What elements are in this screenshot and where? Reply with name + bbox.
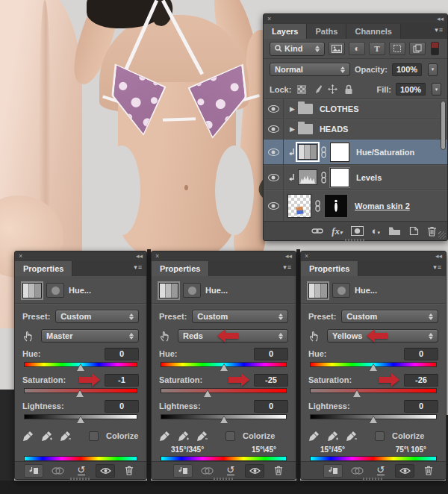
close-icon[interactable]: × bbox=[267, 16, 271, 22]
delete-adjustment-button[interactable] bbox=[269, 464, 288, 478]
panel-menu-icon[interactable]: ▾≡ bbox=[283, 263, 292, 271]
hue-slider-thumb[interactable] bbox=[220, 364, 228, 371]
layer-row-heads[interactable]: ▶ HEADS bbox=[264, 119, 447, 140]
mask-icon[interactable] bbox=[332, 283, 350, 298]
lightness-value[interactable]: 0 bbox=[254, 400, 288, 413]
saturation-value[interactable]: -1 bbox=[105, 374, 139, 387]
opacity-dropdown-button[interactable]: ▾ bbox=[428, 63, 438, 76]
lock-position-button[interactable] bbox=[327, 84, 338, 95]
filter-kind-dropdown[interactable]: Kind bbox=[270, 42, 325, 56]
targeted-adjustment-icon[interactable] bbox=[159, 330, 172, 342]
clip-to-layer-button[interactable] bbox=[173, 464, 193, 478]
close-icon[interactable]: × bbox=[155, 253, 159, 260]
panel-menu-icon[interactable]: ▾≡ bbox=[134, 263, 143, 271]
layers-scrollbar[interactable] bbox=[441, 101, 446, 150]
saturation-slider-thumb[interactable] bbox=[204, 390, 211, 397]
layer-row-hue-saturation[interactable]: Hue/Saturation bbox=[264, 140, 447, 165]
colorize-checkbox[interactable] bbox=[225, 431, 235, 441]
collapse-icon[interactable]: ◂◂ bbox=[435, 253, 442, 260]
channel-dropdown[interactable]: Master bbox=[41, 329, 139, 343]
collapse-icon[interactable]: ◂◂ bbox=[136, 253, 143, 260]
filter-adjustment-layers-button[interactable]: ◐ bbox=[349, 42, 365, 55]
panel-menu-icon[interactable]: ▾≡ bbox=[435, 26, 444, 34]
hue-saturation-thumbnail[interactable] bbox=[298, 144, 317, 160]
layer-row-woman-skin-2[interactable]: Woman skin 2 bbox=[264, 190, 447, 221]
lock-transparency-button[interactable] bbox=[296, 84, 307, 95]
resize-grip[interactable] bbox=[438, 231, 446, 239]
lightness-slider-thumb[interactable] bbox=[220, 416, 228, 423]
expand-triangle-icon[interactable]: ▶ bbox=[290, 125, 295, 133]
blend-mode-dropdown[interactable]: Normal bbox=[270, 63, 350, 76]
hue-slider-thumb[interactable] bbox=[77, 364, 84, 371]
layer-thumbnail[interactable] bbox=[287, 194, 311, 218]
eyedropper-icon[interactable] bbox=[22, 431, 34, 442]
hue-value[interactable]: 0 bbox=[105, 348, 139, 360]
eyedropper-minus-icon[interactable] bbox=[60, 431, 71, 442]
lightness-value[interactable]: 0 bbox=[105, 400, 139, 413]
eyedropper-minus-icon[interactable] bbox=[196, 431, 208, 442]
lightness-slider-thumb[interactable] bbox=[77, 416, 84, 423]
delete-adjustment-button[interactable] bbox=[419, 464, 438, 478]
layer-mask-thumbnail[interactable] bbox=[324, 194, 348, 218]
eyedropper-minus-icon[interactable] bbox=[346, 431, 357, 442]
targeted-adjustment-icon[interactable] bbox=[308, 330, 322, 342]
delete-adjustment-button[interactable] bbox=[119, 464, 139, 478]
layer-mask-thumbnail[interactable] bbox=[330, 143, 349, 162]
new-group-button[interactable] bbox=[388, 226, 401, 236]
reset-button[interactable]: ↺ bbox=[371, 464, 391, 478]
layer-name[interactable]: HEADS bbox=[320, 125, 349, 134]
tab-layers[interactable]: Layers bbox=[264, 24, 307, 39]
saturation-slider-thumb[interactable] bbox=[353, 390, 361, 397]
targeted-adjustment-icon[interactable] bbox=[22, 330, 36, 342]
eyedropper-icon[interactable] bbox=[308, 431, 320, 442]
view-previous-state-button[interactable] bbox=[347, 464, 367, 478]
view-previous-state-button[interactable] bbox=[48, 464, 67, 478]
layer-name[interactable]: CLOTHES bbox=[320, 104, 359, 113]
delete-layer-button[interactable] bbox=[427, 226, 437, 237]
layer-name[interactable]: Hue/Saturation bbox=[356, 148, 414, 157]
fill-value[interactable]: 100% bbox=[396, 83, 426, 96]
lock-all-button[interactable] bbox=[343, 84, 354, 95]
mask-icon[interactable] bbox=[46, 283, 64, 298]
link-layers-button[interactable] bbox=[311, 228, 323, 234]
visibility-toggle[interactable] bbox=[264, 165, 284, 190]
layer-row-levels[interactable]: Levels bbox=[264, 165, 447, 190]
preset-dropdown[interactable]: Custom bbox=[55, 310, 139, 323]
panel-grip[interactable] bbox=[363, 478, 384, 480]
hue-slider-thumb[interactable] bbox=[370, 364, 377, 371]
saturation-value[interactable]: -25 bbox=[254, 374, 288, 387]
tab-properties[interactable]: Properties bbox=[152, 261, 209, 276]
tab-properties[interactable]: Properties bbox=[301, 261, 358, 276]
clip-to-layer-button[interactable] bbox=[323, 464, 343, 478]
layer-name[interactable]: Levels bbox=[356, 173, 382, 182]
layer-mask-thumbnail[interactable] bbox=[330, 168, 349, 187]
lock-paint-button[interactable] bbox=[311, 84, 323, 95]
layer-row-clothes[interactable]: ▶ CLOTHES bbox=[264, 99, 447, 119]
colorize-checkbox[interactable] bbox=[89, 431, 99, 441]
hue-value[interactable]: 0 bbox=[404, 348, 438, 360]
saturation-slider-thumb[interactable] bbox=[76, 390, 84, 397]
saturation-slider-track[interactable] bbox=[310, 388, 437, 393]
visibility-toggle[interactable] bbox=[264, 140, 284, 164]
mask-icon[interactable] bbox=[183, 283, 201, 298]
toggle-visibility-button[interactable] bbox=[96, 464, 115, 478]
opacity-value[interactable]: 100% bbox=[392, 63, 422, 76]
reset-button[interactable]: ↺ bbox=[221, 464, 240, 478]
eyedropper-plus-icon[interactable] bbox=[41, 431, 52, 442]
tab-paths[interactable]: Paths bbox=[307, 24, 346, 39]
clip-to-layer-button[interactable] bbox=[24, 464, 43, 478]
layer-filter-toggle[interactable] bbox=[431, 42, 439, 55]
view-previous-state-button[interactable] bbox=[197, 464, 217, 478]
collapse-icon[interactable]: ◂◂ bbox=[285, 253, 292, 260]
lightness-slider-thumb[interactable] bbox=[370, 416, 377, 423]
reset-button[interactable]: ↺ bbox=[72, 464, 91, 478]
toggle-visibility-button[interactable] bbox=[245, 464, 264, 478]
tab-properties[interactable]: Properties bbox=[15, 261, 72, 276]
new-layer-button[interactable] bbox=[409, 226, 419, 236]
eyedropper-plus-icon[interactable] bbox=[327, 431, 338, 442]
preset-dropdown[interactable]: Custom bbox=[341, 310, 438, 323]
expand-triangle-icon[interactable]: ▶ bbox=[290, 105, 295, 113]
eyedropper-icon[interactable] bbox=[159, 431, 170, 442]
hue-value[interactable]: 0 bbox=[254, 348, 288, 360]
collapse-icon[interactable]: ◂◂ bbox=[437, 16, 444, 22]
